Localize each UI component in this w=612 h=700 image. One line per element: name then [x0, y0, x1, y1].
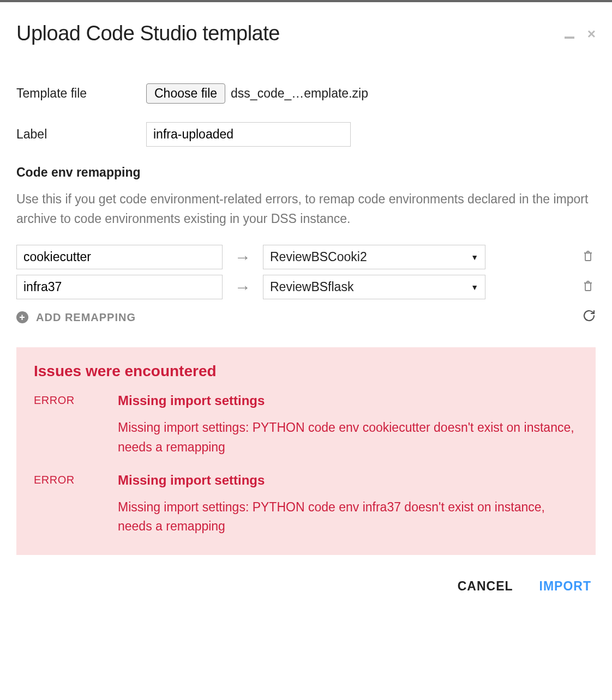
dialog-title: Upload Code Studio template [16, 22, 280, 45]
arrow-right-icon: → [223, 278, 263, 297]
remap-source-input[interactable] [16, 245, 223, 269]
arrow-right-icon: → [223, 248, 263, 267]
issues-title: Issues were encountered [34, 363, 578, 380]
remap-target-select[interactable]: ReviewBSCooki2 ▼ [263, 245, 485, 269]
issue-heading: Missing import settings [118, 393, 578, 408]
selected-filename: dss_code_…emplate.zip [231, 86, 368, 101]
issue-row: ERROR Missing import settings Missing im… [34, 393, 578, 457]
dialog-footer: CANCEL IMPORT [16, 555, 596, 598]
remap-target-select[interactable]: ReviewBSflask ▼ [263, 275, 485, 299]
template-file-label: Template file [16, 86, 146, 101]
issue-heading: Missing import settings [118, 473, 578, 488]
issue-level: ERROR [34, 473, 118, 536]
remap-target-value: ReviewBSCooki2 [270, 250, 367, 264]
issue-body: Missing import settings Missing import s… [118, 473, 578, 536]
dialog-header-actions: × [565, 27, 596, 41]
remapping-section-title: Code env remapping [16, 165, 596, 180]
remapping-actions-row: + ADD REMAPPING [16, 309, 596, 325]
issue-body: Missing import settings Missing import s… [118, 393, 578, 457]
issues-panel: Issues were encountered ERROR Missing im… [16, 347, 596, 555]
issue-row: ERROR Missing import settings Missing im… [34, 473, 578, 536]
trash-icon[interactable] [583, 281, 593, 294]
import-button[interactable]: IMPORT [539, 579, 591, 594]
remap-source-input[interactable] [16, 275, 223, 299]
label-row: Label [16, 122, 596, 147]
issue-description: Missing import settings: PYTHON code env… [118, 498, 578, 536]
remap-target-value: ReviewBSflask [270, 280, 353, 294]
label-field-label: Label [16, 127, 146, 142]
plus-circle-icon: + [16, 311, 28, 323]
minimize-icon[interactable] [565, 27, 574, 41]
trash-icon[interactable] [583, 251, 593, 264]
close-icon[interactable]: × [587, 27, 596, 41]
add-remapping-button[interactable]: + ADD REMAPPING [16, 311, 136, 324]
cancel-button[interactable]: CANCEL [458, 579, 513, 594]
chevron-down-icon: ▼ [471, 283, 478, 292]
issue-description: Missing import settings: PYTHON code env… [118, 418, 578, 457]
remap-row: → ReviewBSCooki2 ▼ [16, 245, 596, 269]
add-remapping-label: ADD REMAPPING [36, 311, 136, 324]
upload-template-dialog: Upload Code Studio template × Template f… [0, 0, 612, 614]
refresh-icon[interactable] [583, 309, 596, 325]
chevron-down-icon: ▼ [471, 253, 478, 262]
remap-row-actions [485, 280, 596, 295]
label-input[interactable] [146, 122, 351, 147]
issue-level: ERROR [34, 393, 118, 457]
dialog-header: Upload Code Studio template × [16, 22, 596, 45]
choose-file-button[interactable]: Choose file [146, 83, 225, 104]
remap-row-actions [485, 250, 596, 265]
template-file-row: Template file Choose file dss_code_…empl… [16, 83, 596, 104]
remapping-help-text: Use this if you get code environment-rel… [16, 190, 596, 228]
remap-row: → ReviewBSflask ▼ [16, 275, 596, 299]
